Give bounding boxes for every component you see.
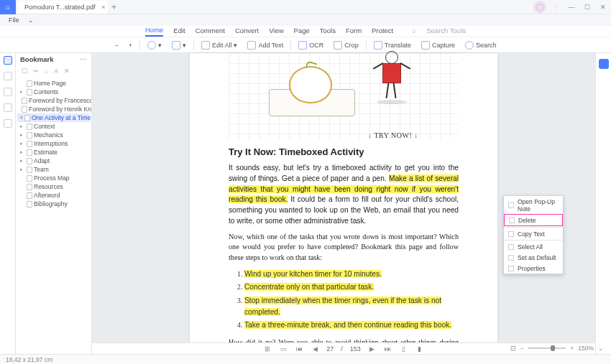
expand-icon[interactable]: ▸	[20, 123, 25, 129]
search-tools-input[interactable]: Search Tools	[426, 27, 466, 36]
highlight-annotation[interactable]: Wind up your kitchen timer for 10 minute…	[244, 270, 382, 278]
ctx-set-default[interactable]: Set as Default	[504, 252, 563, 263]
rail-thumbnails-icon[interactable]	[4, 56, 12, 65]
status-bar: 18,42 x 21,97 cm	[0, 354, 611, 364]
hand-tool[interactable]: ▾	[144, 41, 165, 50]
zoom-value[interactable]: 150%	[578, 345, 594, 352]
bookmark-item[interactable]: ▸Adapt	[17, 157, 90, 165]
bookmark-item[interactable]: Home Page	[17, 79, 90, 88]
menu-more[interactable]: ⌄	[25, 17, 37, 24]
expand-icon[interactable]: ▸	[20, 89, 25, 95]
bookmark-item[interactable]: Bibliography	[17, 200, 90, 208]
fit-width-icon[interactable]: ⊞	[263, 345, 272, 353]
add-text-button[interactable]: Add Text	[244, 41, 286, 50]
expand-icon[interactable]: ▸	[20, 158, 25, 164]
zoom-fit-icon[interactable]: ⊡	[510, 345, 516, 352]
tab-edit[interactable]: Edit	[173, 27, 185, 36]
zoom-in-icon[interactable]: +	[570, 345, 574, 352]
expand-icon[interactable]: ▸	[20, 149, 25, 155]
maximize-button[interactable]: ☐	[579, 4, 595, 11]
zoom-dropdown-icon[interactable]: ⌄	[598, 345, 604, 352]
highlight-annotation[interactable]: Stop immediately when the timer rings, e…	[244, 297, 441, 316]
page: ↓ TRY NOW! ↓ Try It Now: Timeboxed Activ…	[190, 53, 497, 358]
bookmark-item[interactable]: ▸Estimate	[17, 148, 90, 157]
rail-attachments-icon[interactable]	[4, 88, 12, 96]
tab-add-button[interactable]: +	[108, 2, 119, 12]
edit-all-button[interactable]: Edit All ▾	[198, 41, 241, 50]
ctx-select-all[interactable]: Select All	[504, 241, 563, 252]
app-menu-icon[interactable]: ⋮	[549, 1, 562, 14]
expand-icon[interactable]: ▸	[20, 132, 25, 138]
bookmark-label: Adapt	[34, 157, 50, 164]
ctx-open-popup[interactable]: Open Pop-Up Note	[504, 196, 563, 214]
ctx-properties[interactable]: Properties	[504, 263, 563, 274]
highlight-annotation[interactable]: Concentrate only on that particular task…	[244, 283, 374, 291]
continuous-icon[interactable]: ▮	[415, 345, 424, 353]
minimize-button[interactable]: —	[564, 4, 579, 11]
rail-comments-icon[interactable]	[4, 103, 12, 112]
translate-button[interactable]: Translate	[371, 41, 414, 50]
single-page-icon[interactable]: ▯	[400, 345, 408, 353]
expand-icon[interactable]: ▸	[20, 141, 25, 146]
document-tab[interactable]: Pomodoro T...strated.pdf ×	[19, 1, 108, 14]
ctx-delete[interactable]: Delete	[504, 214, 563, 226]
select-tool[interactable]: ▾	[169, 41, 189, 50]
bookmark-item[interactable]: Process Map	[17, 174, 90, 182]
app-logo[interactable]: ⌂	[0, 0, 16, 14]
sidebar-menu-icon[interactable]: ⋯	[80, 55, 87, 63]
tab-tools[interactable]: Tools	[320, 27, 336, 36]
expand-icon[interactable]: ▸	[20, 167, 25, 172]
tab-form[interactable]: Form	[346, 27, 362, 36]
rail-bookmarks-icon[interactable]	[4, 72, 12, 80]
tab-close-icon[interactable]: ×	[101, 4, 105, 11]
bookmark-list: Home Page▸ContentsForeword by Francesco …	[16, 78, 91, 358]
bookmark-add-icon[interactable]: ☐	[22, 67, 27, 75]
page-current[interactable]: 27	[326, 345, 334, 353]
user-avatar-icon[interactable]: ◯	[533, 1, 546, 14]
bookmark-item[interactable]: ▸Interruptions	[17, 139, 90, 148]
nav-first[interactable]: ⏮	[295, 345, 303, 353]
zoom-out-icon[interactable]: −	[520, 345, 524, 352]
crop-icon	[334, 41, 342, 50]
read-mode-icon[interactable]: ▭	[279, 345, 288, 353]
bookmark-item[interactable]: Resources	[17, 182, 90, 191]
tab-home[interactable]: Home	[145, 26, 163, 37]
steps-list: Wind up your kitchen timer for 10 minute…	[244, 269, 459, 332]
rail-search-icon[interactable]	[4, 119, 12, 128]
bookmark-item[interactable]: Foreword by Francesco Cirillo	[17, 96, 90, 105]
menu-file[interactable]: File	[6, 17, 22, 24]
search-button[interactable]: Search	[462, 41, 500, 50]
tab-view[interactable]: View	[269, 27, 283, 36]
bookmark-item[interactable]: ▸Mechanics	[17, 131, 90, 139]
capture-button[interactable]: Capture	[418, 41, 458, 50]
tab-protect[interactable]: Protect	[372, 27, 393, 36]
ocr-button[interactable]: OCR	[295, 41, 326, 50]
bookmark-label: Estimate	[34, 149, 58, 156]
zoom-out-button[interactable]: −	[111, 42, 121, 49]
zoom-in-button[interactable]: +	[126, 42, 135, 49]
highlight-annotation[interactable]: Take a three-minute break, and then cont…	[244, 321, 451, 329]
bookmark-item[interactable]: ▸Contents	[17, 88, 90, 96]
expand-icon[interactable]: ▾	[20, 115, 23, 121]
bookmark-item[interactable]: ▸Team	[17, 165, 90, 174]
document-viewport[interactable]: ↓ TRY NOW! ↓ Try It Now: Timeboxed Activ…	[92, 53, 595, 358]
bookmark-item[interactable]: ▾One Activity at a Time	[17, 113, 90, 122]
crop-button[interactable]: Crop	[331, 41, 362, 50]
bookmark-find-icon[interactable]: ⌕	[45, 67, 48, 75]
nav-next[interactable]: ▶	[368, 345, 377, 353]
tab-convert[interactable]: Convert	[235, 27, 259, 36]
nav-prev[interactable]: ◀	[311, 345, 319, 353]
bookmark-item[interactable]: ▸Context	[17, 122, 90, 131]
bookmark-expand-icon[interactable]: ✕	[64, 67, 70, 75]
bookmark-item[interactable]: Foreword by Henrik Kniberg	[17, 105, 90, 113]
bookmark-style-icon[interactable]: A	[54, 67, 58, 75]
nav-last[interactable]: ⏭	[384, 345, 392, 353]
bookmark-item[interactable]: Afterword	[17, 191, 90, 200]
close-window-button[interactable]: ✕	[595, 4, 611, 11]
zoom-slider[interactable]	[528, 347, 566, 349]
tab-page[interactable]: Page	[294, 27, 310, 36]
right-rail-badge-icon[interactable]	[599, 59, 609, 69]
bookmark-cut-icon[interactable]: ✂	[33, 67, 39, 75]
tab-comment[interactable]: Comment	[196, 27, 225, 36]
ctx-copy-text[interactable]: Copy Text	[504, 228, 563, 239]
